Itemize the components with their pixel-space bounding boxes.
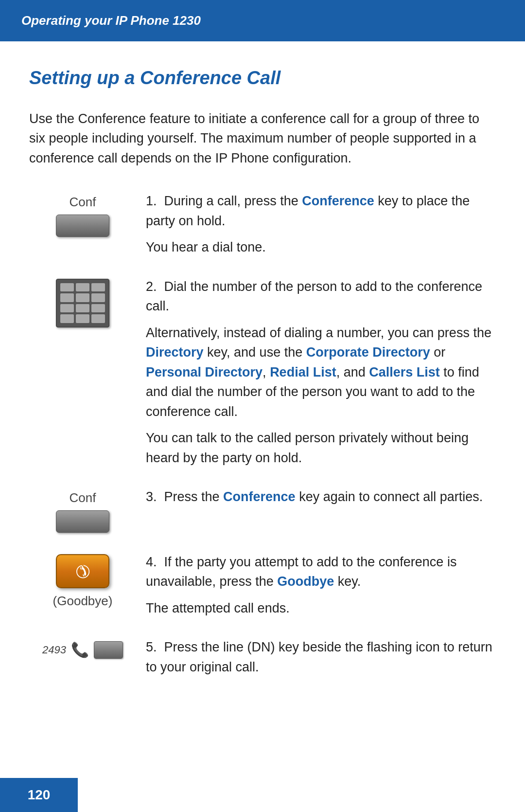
key-dot [91, 293, 105, 302]
step-1-content: 1. During a call, press the Conference k… [136, 191, 496, 257]
conf-label-1: Conf [70, 193, 96, 212]
steps-container: Conf 1. During a call, press the Confere… [29, 191, 496, 696]
key-dot [76, 283, 89, 292]
key-dot [91, 314, 105, 323]
step-3-icon: Conf [29, 487, 136, 533]
step-3-row: Conf 3. Press the Conference key again t… [29, 487, 496, 533]
goodbye-label: (Goodbye) [53, 592, 113, 611]
step-5-row: 2493 📞 5. Press the line (DN) key beside… [29, 637, 496, 677]
directory-link: Directory [146, 345, 204, 360]
phone-icon: ✆ [69, 557, 97, 585]
key-dot [60, 304, 74, 313]
intro-text: Use the Conference feature to initiate a… [29, 109, 496, 168]
main-content: Setting up a Conference Call Use the Con… [0, 41, 525, 736]
step-3-content: 3. Press the Conference key again to con… [136, 487, 496, 507]
step-4-row: ✆ (Goodbye) 4. If the party you attempt … [29, 552, 496, 618]
step-2-subtext-2: You can talk to the called person privat… [146, 428, 496, 468]
step-1-subtext: You hear a dial tone. [146, 237, 496, 257]
line-icon-row: 2493 📞 [42, 639, 123, 661]
conference-link-1: Conference [302, 194, 374, 208]
step-4-number: 4. [146, 555, 164, 569]
step-5-icon: 2493 📞 [29, 637, 136, 661]
step-2-row: 2. Dial the number of the person to add … [29, 277, 496, 468]
conf-label-3: Conf [70, 489, 96, 507]
page-number: 120 [28, 785, 51, 805]
step-1-row: Conf 1. During a call, press the Confere… [29, 191, 496, 257]
header-text: Operating your IP Phone 1230 [21, 13, 201, 28]
step-2-icon [29, 277, 136, 327]
corp-dir-link: Corporate Directory [306, 345, 430, 360]
step-3-number: 3. [146, 489, 164, 504]
personal-dir-link: Personal Directory [146, 365, 262, 379]
key-dot [91, 283, 105, 292]
phone-handset-icon: 📞 [71, 639, 89, 661]
conf-key-3[interactable] [56, 510, 109, 533]
key-dot [60, 314, 74, 323]
step-4-icon: ✆ (Goodbye) [29, 552, 136, 611]
step-5-number: 5. [146, 640, 164, 654]
step-1-icon: Conf [29, 191, 136, 237]
page-title: Setting up a Conference Call [29, 65, 496, 91]
key-dot [76, 293, 89, 302]
goodbye-link: Goodbye [277, 574, 334, 589]
callers-list-link: Callers List [369, 365, 440, 379]
step-1-number: 1. [146, 194, 164, 208]
redial-list-link: Redial List [270, 365, 336, 379]
step-2-content: 2. Dial the number of the person to add … [136, 277, 496, 468]
step-2-subtext-1: Alternatively, instead of dialing a numb… [146, 323, 496, 422]
step-4-content: 4. If the party you attempt to add to th… [136, 552, 496, 618]
conf-key-1[interactable] [56, 215, 109, 237]
key-dot [76, 304, 89, 313]
line-key[interactable] [94, 641, 123, 659]
key-dot [60, 293, 74, 302]
step-5-content: 5. Press the line (DN) key beside the fl… [136, 637, 496, 677]
goodbye-button-icon: ✆ [56, 554, 109, 588]
step-4-subtext: The attempted call ends. [146, 598, 496, 618]
keypad-icon [56, 279, 109, 327]
line-number: 2493 [42, 642, 66, 658]
header-bar: Operating your IP Phone 1230 [0, 0, 525, 41]
footer: 120 [0, 778, 78, 812]
step-2-number: 2. [146, 279, 164, 294]
key-dot [60, 283, 74, 292]
key-dot [91, 304, 105, 313]
conference-link-3: Conference [223, 489, 296, 504]
key-dot [76, 314, 89, 323]
